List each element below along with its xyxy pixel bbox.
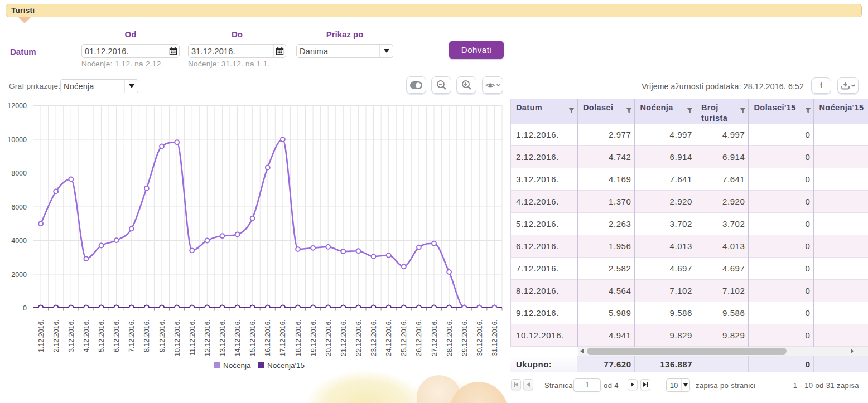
svg-text:25.12.2016.: 25.12.2016. (400, 319, 408, 356)
svg-text:15.12.2016.: 15.12.2016. (249, 319, 257, 356)
svg-text:21.12.2016.: 21.12.2016. (340, 319, 348, 356)
svg-text:7.12.2016.: 7.12.2016. (128, 319, 136, 352)
svg-text:11.12.2016.: 11.12.2016. (189, 319, 196, 356)
svg-text:24.12.2016.: 24.12.2016. (385, 319, 393, 356)
svg-text:18.12.2016.: 18.12.2016. (295, 319, 302, 356)
svg-text:30.12.2016.: 30.12.2016. (476, 319, 484, 356)
svg-text:26.12.2016.: 26.12.2016. (415, 319, 423, 356)
svg-text:31.12.2016.: 31.12.2016. (491, 319, 499, 356)
svg-text:Noćenja: Noćenja (223, 361, 251, 370)
svg-text:10.12.2016.: 10.12.2016. (173, 319, 181, 356)
svg-text:8.12.2016.: 8.12.2016. (143, 319, 151, 352)
svg-text:13.12.2016.: 13.12.2016. (219, 319, 226, 356)
svg-text:2000: 2000 (11, 271, 27, 279)
svg-text:22.12.2016.: 22.12.2016. (355, 319, 363, 356)
svg-text:17.12.2016.: 17.12.2016. (279, 319, 287, 356)
svg-text:Noćenja'15: Noćenja'15 (267, 361, 305, 370)
svg-text:12.12.2016.: 12.12.2016. (204, 319, 211, 356)
svg-text:12000: 12000 (7, 102, 27, 110)
svg-text:19.12.2016.: 19.12.2016. (310, 319, 317, 356)
svg-text:8000: 8000 (11, 169, 27, 177)
svg-text:29.12.2016.: 29.12.2016. (461, 319, 469, 356)
svg-text:1.12.2016.: 1.12.2016. (37, 319, 45, 352)
svg-text:0: 0 (23, 304, 27, 312)
svg-text:6000: 6000 (11, 203, 27, 211)
svg-text:28.12.2016.: 28.12.2016. (446, 319, 454, 356)
svg-text:5.12.2016.: 5.12.2016. (98, 319, 105, 352)
svg-text:10000: 10000 (7, 136, 27, 144)
svg-text:20.12.2016.: 20.12.2016. (325, 319, 332, 356)
svg-text:14.12.2016.: 14.12.2016. (234, 319, 242, 356)
svg-text:23.12.2016.: 23.12.2016. (370, 319, 378, 356)
svg-text:6.12.2016.: 6.12.2016. (113, 319, 120, 352)
svg-text:4.12.2016.: 4.12.2016. (83, 319, 90, 352)
svg-text:27.12.2016.: 27.12.2016. (431, 319, 438, 356)
svg-text:16.12.2016.: 16.12.2016. (264, 319, 272, 356)
svg-text:4000: 4000 (11, 237, 27, 245)
svg-text:2.12.2016.: 2.12.2016. (52, 319, 60, 352)
svg-text:9.12.2016.: 9.12.2016. (158, 319, 166, 352)
svg-text:3.12.2016.: 3.12.2016. (67, 319, 75, 352)
